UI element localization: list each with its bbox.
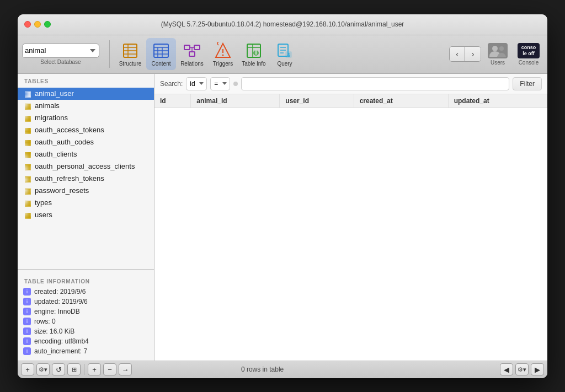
close-button[interactable] — [24, 21, 31, 28]
table-item-users[interactable]: ▦ users — [18, 209, 154, 221]
tableinfo-icon — [245, 42, 263, 60]
console-button[interactable]: console off Console — [514, 41, 543, 68]
next-button[interactable]: → — [119, 363, 132, 375]
col-header-updated-at[interactable]: updated_at — [448, 94, 547, 108]
database-selector[interactable]: animal Select Database — [22, 44, 99, 65]
traffic-lights — [24, 21, 51, 28]
svg-point-18 — [222, 54, 224, 56]
relations-label: Relations — [180, 61, 204, 67]
table-item-oauth-clients[interactable]: ▦ oauth_clients — [18, 148, 154, 160]
svg-point-32 — [499, 46, 504, 51]
info-badge-encoding: i — [23, 337, 31, 345]
content-button[interactable]: Content — [146, 38, 176, 70]
table-name-users: users — [35, 211, 52, 219]
table-icon-password-resets: ▦ — [24, 186, 31, 195]
table-item-oauth-refresh[interactable]: ▦ oauth_refresh_tokens — [18, 173, 154, 185]
triggers-label: Triggers — [213, 61, 233, 67]
maximize-button[interactable] — [44, 21, 51, 28]
table-name-oauth-auth-codes: oauth_auth_codes — [35, 138, 94, 146]
relations-icon — [183, 42, 201, 60]
info-rows: i rows: 0 — [18, 316, 154, 326]
query-button[interactable]: $ Query — [270, 38, 300, 70]
table-icon-oauth-refresh: ▦ — [24, 174, 31, 183]
triggers-button[interactable]: Triggers — [208, 38, 238, 70]
svg-rect-19 — [247, 44, 260, 57]
svg-text:$: $ — [287, 52, 290, 58]
table-item-password-resets[interactable]: ▦ password_resets — [18, 185, 154, 197]
svg-point-24 — [255, 50, 257, 51]
col-header-animal-id[interactable]: animal_id — [191, 94, 280, 108]
table-name-oauth-clients: oauth_clients — [35, 150, 77, 158]
triggers-icon — [214, 42, 232, 60]
info-badge-created: i — [23, 288, 31, 296]
console-label: Console — [519, 60, 539, 66]
table-list: ▦ animal_user ▦ animals ▦ migrations ▦ o… — [18, 87, 154, 269]
title-bar: (MySQL 5.7.25-0ubuntu0.18.04.2) homestea… — [18, 14, 547, 35]
tableinfo-button[interactable]: Table Info — [239, 38, 269, 70]
database-select[interactable]: animal — [22, 44, 99, 58]
users-label: Users — [491, 60, 505, 66]
table-header-row: id animal_id user_id created_at updated_… — [154, 94, 547, 108]
next-page-button[interactable]: ▶ — [531, 363, 544, 375]
console-icon: console off — [518, 43, 540, 58]
status-text: 0 rows in table — [241, 366, 284, 373]
remove-button[interactable]: − — [103, 363, 116, 375]
add-button-2[interactable]: + — [88, 363, 101, 375]
table-info-header: TABLE INFORMATION — [18, 274, 154, 287]
info-created-text: created: 2019/9/6 — [34, 288, 86, 296]
settings-button-left[interactable]: ⚙▾ — [36, 363, 50, 375]
table-item-types[interactable]: ▦ types — [18, 197, 154, 209]
refresh-button[interactable]: ↺ — [52, 363, 65, 375]
col-header-id[interactable]: id — [154, 94, 191, 108]
col-header-created-at[interactable]: created_at — [354, 94, 448, 108]
info-badge-updated: i — [23, 298, 31, 305]
info-size-text: size: 16.0 KiB — [34, 327, 74, 335]
add-row-button[interactable]: + — [21, 363, 34, 375]
settings-button-right[interactable]: ⚙▾ — [515, 363, 529, 375]
table-item-animal-user[interactable]: ▦ animal_user — [18, 88, 154, 100]
minimize-button[interactable] — [34, 21, 41, 28]
search-field-select[interactable]: id — [186, 77, 207, 90]
relations-button[interactable]: Relations — [177, 38, 207, 70]
table-icon-types: ▦ — [24, 198, 31, 207]
svg-rect-11 — [184, 45, 190, 50]
table-item-animals[interactable]: ▦ animals — [18, 100, 154, 112]
table-name-oauth-personal: oauth_personal_access_clients — [35, 162, 135, 170]
structure-label: Structure — [119, 61, 142, 67]
content-icon — [152, 42, 170, 60]
search-dot — [233, 82, 238, 86]
search-input[interactable] — [241, 77, 509, 90]
table-icon-oauth-access-tokens: ▦ — [24, 126, 31, 135]
table-item-oauth-personal[interactable]: ▦ oauth_personal_access_clients — [18, 160, 154, 173]
copy-button[interactable]: ⊞ — [67, 363, 81, 375]
table-item-migrations[interactable]: ▦ migrations — [18, 112, 154, 124]
info-encoding-text: encoding: utf8mb4 — [34, 337, 89, 345]
info-badge-engine: i — [23, 308, 31, 315]
info-engine: i engine: InnoDB — [18, 307, 154, 316]
toolbar-buttons: Structure Content — [115, 38, 300, 70]
table-name-types: types — [35, 198, 52, 207]
users-button[interactable]: Users — [484, 41, 511, 68]
svg-point-31 — [492, 46, 498, 51]
structure-button[interactable]: Structure — [115, 38, 145, 70]
prev-page-button[interactable]: ◀ — [500, 363, 513, 375]
nav-forward-button[interactable]: › — [465, 47, 481, 61]
window-title: (MySQL 5.7.25-0ubuntu0.18.04.2) homestea… — [161, 20, 404, 28]
filter-button[interactable]: Filter — [513, 77, 542, 90]
info-badge-rows: i — [23, 318, 31, 325]
info-encoding: i encoding: utf8mb4 — [18, 336, 154, 346]
nav-back-button[interactable]: ‹ — [450, 47, 465, 61]
table-icon-users: ▦ — [24, 211, 31, 219]
col-header-user-id[interactable]: user_id — [280, 94, 354, 108]
table-icon-animal-user: ▦ — [24, 89, 31, 98]
search-operator-select[interactable]: = — [210, 77, 230, 90]
table-item-oauth-access-tokens[interactable]: ▦ oauth_access_tokens — [18, 124, 154, 136]
nav-buttons: ‹ › — [449, 46, 481, 62]
data-table-wrapper[interactable]: id animal_id user_id created_at updated_… — [154, 94, 547, 361]
bottom-right: ◀ ⚙▾ ▶ — [500, 363, 544, 375]
toolbar-right: ‹ › Users console off Consol — [449, 41, 543, 68]
table-item-oauth-auth-codes[interactable]: ▦ oauth_auth_codes — [18, 136, 154, 148]
info-auto-increment-text: auto_increment: 7 — [34, 347, 87, 355]
svg-rect-13 — [189, 52, 195, 56]
table-name-animals: animals — [35, 101, 60, 110]
